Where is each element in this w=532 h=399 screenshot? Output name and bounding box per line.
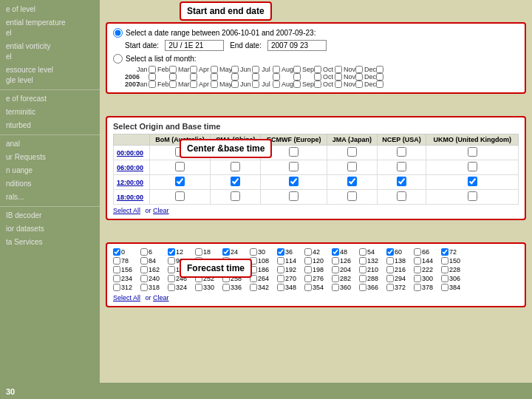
- cb-ukmo-1200[interactable]: [468, 177, 477, 186]
- forecast-cb-66[interactable]: [414, 248, 421, 256]
- forecast-cb-216[interactable]: [386, 266, 394, 273]
- month-2006-jan[interactable]: [149, 73, 156, 81]
- origin-time-1800[interactable]: 18:00:00: [114, 190, 150, 205]
- forecast-cb-126[interactable]: [332, 257, 339, 265]
- date-range-radio-input[interactable]: [113, 28, 123, 38]
- forecast-select-all-link[interactable]: Select All: [113, 294, 140, 301]
- month-2006-sep[interactable]: [314, 73, 321, 81]
- month-cb[interactable]: [273, 66, 280, 73]
- month-2006-aug[interactable]: [293, 73, 301, 81]
- sidebar-item-services[interactable]: ta Services: [0, 236, 100, 249]
- forecast-cb-12[interactable]: [168, 248, 175, 256]
- cb-ecmwf-1800[interactable]: [289, 191, 299, 201]
- forecast-cb-288[interactable]: [359, 275, 366, 282]
- forecast-cb-354[interactable]: [304, 284, 312, 291]
- forecast-cb-378[interactable]: [414, 284, 421, 291]
- cb-ukmo-0000[interactable]: [468, 147, 477, 157]
- forecast-cb-318[interactable]: [140, 284, 148, 291]
- sidebar-item-level[interactable]: e of level: [0, 3, 100, 16]
- cb-cma-1800[interactable]: [231, 191, 240, 201]
- cb-ukmo-0600[interactable]: [468, 162, 477, 171]
- month-2006-jul[interactable]: [273, 73, 280, 81]
- origin-time-1200[interactable]: 12:00:00: [114, 175, 150, 190]
- forecast-cb-204[interactable]: [332, 266, 339, 273]
- cb-bom-1800[interactable]: [175, 191, 185, 201]
- sidebar-item-vort[interactable]: ential vorticityel: [0, 40, 100, 64]
- forecast-cb-168[interactable]: [168, 266, 175, 273]
- month-2007-sep[interactable]: [314, 81, 321, 88]
- forecast-cb-138[interactable]: [386, 257, 394, 265]
- forecast-cb-270[interactable]: [277, 275, 284, 282]
- sidebar-item-anal[interactable]: anal: [0, 137, 100, 151]
- sidebar-item-datasets[interactable]: ior datasets: [0, 222, 100, 236]
- cb-ncep-0600[interactable]: [397, 162, 406, 171]
- forecast-cb-192[interactable]: [277, 266, 284, 273]
- month-cb[interactable]: [335, 66, 342, 73]
- month-cb[interactable]: [149, 66, 156, 73]
- cb-bom-1200[interactable]: [175, 177, 185, 186]
- forecast-cb-282[interactable]: [332, 275, 339, 282]
- month-cb[interactable]: [293, 66, 301, 73]
- month-2007-feb[interactable]: [169, 81, 177, 88]
- date-range-radio[interactable]: Select a date range between 2006-10-01 a…: [113, 28, 519, 38]
- forecast-cb-342[interactable]: [250, 284, 257, 291]
- forecast-cb-36[interactable]: [277, 248, 284, 256]
- forecast-cb-120[interactable]: [304, 257, 312, 265]
- sidebar-item-pressure[interactable]: essource levelgle level: [0, 64, 100, 87]
- month-2007-oct[interactable]: [335, 81, 342, 88]
- forecast-cb-60[interactable]: [386, 248, 394, 256]
- forecast-cb-24[interactable]: [222, 248, 230, 256]
- month-cb[interactable]: [169, 66, 177, 73]
- forecast-cb-312[interactable]: [113, 284, 120, 291]
- cb-jma-1800[interactable]: [347, 191, 357, 201]
- forecast-cb-48[interactable]: [332, 248, 339, 256]
- forecast-cb-150[interactable]: [441, 257, 449, 265]
- forecast-cb-6[interactable]: [140, 248, 148, 256]
- forecast-cb-366[interactable]: [359, 284, 366, 291]
- sidebar-item-requests[interactable]: ur Requests: [0, 151, 100, 164]
- end-date-input[interactable]: [267, 40, 327, 51]
- origin-time-0600[interactable]: 06:00:00: [114, 160, 150, 175]
- sidebar-item-forecast-type[interactable]: e of forecast: [0, 92, 100, 106]
- origin-select-all-link[interactable]: Select All: [113, 207, 140, 214]
- month-2006-nov[interactable]: [355, 73, 363, 81]
- forecast-clear-link[interactable]: Clear: [153, 294, 169, 301]
- month-list-radio[interactable]: Select a list of month:: [113, 54, 519, 64]
- forecast-cb-234[interactable]: [113, 275, 120, 282]
- cb-ncep-0000[interactable]: [397, 147, 406, 157]
- cb-ecmwf-0600[interactable]: [289, 162, 299, 171]
- month-2007-nov[interactable]: [355, 81, 363, 88]
- forecast-cb-156[interactable]: [113, 266, 120, 273]
- forecast-cb-246[interactable]: [168, 275, 175, 282]
- month-cb[interactable]: [355, 66, 363, 73]
- month-2007-may[interactable]: [231, 81, 239, 88]
- cb-jma-1200[interactable]: [347, 177, 357, 186]
- month-cb[interactable]: [314, 66, 321, 73]
- cb-bom-0600[interactable]: [175, 162, 185, 171]
- forecast-cb-90[interactable]: [168, 257, 175, 265]
- month-2007-dec[interactable]: [376, 81, 383, 88]
- month-cb[interactable]: [211, 66, 218, 73]
- sidebar-item-deterministic[interactable]: terminitic: [0, 106, 100, 119]
- forecast-cb-300[interactable]: [414, 275, 421, 282]
- forecast-cb-360[interactable]: [332, 284, 339, 291]
- forecast-cb-198[interactable]: [304, 266, 312, 273]
- cb-ncep-1800[interactable]: [397, 191, 406, 201]
- forecast-cb-72[interactable]: [441, 248, 449, 256]
- month-cb[interactable]: [231, 66, 239, 73]
- month-2006-may[interactable]: [231, 73, 239, 81]
- sidebar-item-temp[interactable]: ential temperatureel: [0, 16, 100, 40]
- month-2007-aug[interactable]: [293, 81, 301, 88]
- forecast-cb-42[interactable]: [304, 248, 312, 256]
- month-cb[interactable]: [252, 66, 259, 73]
- month-2006-jun[interactable]: [252, 73, 259, 81]
- forecast-cb-78[interactable]: [113, 257, 120, 265]
- cb-jma-0600[interactable]: [347, 162, 357, 171]
- forecast-cb-144[interactable]: [414, 257, 421, 265]
- forecast-cb-330[interactable]: [195, 284, 202, 291]
- start-date-input[interactable]: [165, 40, 224, 51]
- month-2007-apr[interactable]: [211, 81, 218, 88]
- forecast-cb-384[interactable]: [441, 284, 449, 291]
- forecast-cb-372[interactable]: [386, 284, 394, 291]
- forecast-cb-228[interactable]: [441, 266, 449, 273]
